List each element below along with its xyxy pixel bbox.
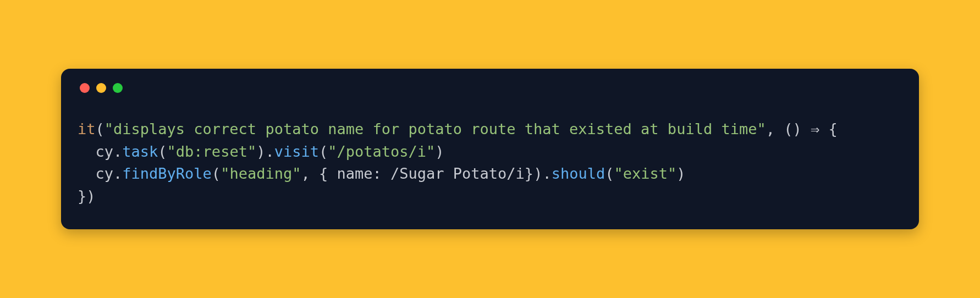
token-punc: :: [373, 165, 391, 182]
token-punc: ): [792, 120, 801, 137]
token-punc: ): [435, 143, 444, 160]
token-punc: }: [525, 165, 533, 182]
token-string: "displays correct potato name for potato…: [104, 120, 766, 137]
token-string: "db:reset": [167, 143, 257, 160]
token-punc: (: [784, 120, 792, 137]
token-prop: name: [337, 165, 372, 182]
token-punc: .: [265, 143, 274, 160]
token-punc: .: [113, 165, 122, 182]
token-method: findByRole: [122, 165, 212, 182]
token-punc: (: [96, 120, 104, 137]
token-method: task: [122, 143, 158, 160]
token-punc: ): [533, 165, 542, 182]
token-punc: ): [256, 143, 265, 160]
token-punc: ,: [766, 120, 784, 137]
token-ident: cy: [96, 165, 114, 182]
token-method: should: [552, 165, 605, 182]
token-ident: cy: [96, 143, 114, 160]
minimize-icon[interactable]: [96, 83, 106, 93]
close-icon[interactable]: [80, 83, 90, 93]
token-punc: (: [319, 143, 328, 160]
code-window: it("displays correct potato name for pot…: [61, 69, 919, 229]
token-punc: ): [676, 165, 685, 182]
window-titlebar: [78, 83, 902, 93]
token-punc: (: [212, 165, 221, 182]
token-punc: (: [158, 143, 167, 160]
token-string: "heading": [221, 165, 301, 182]
indent: [78, 165, 96, 182]
indent: [78, 143, 96, 160]
token-string: "exist": [614, 165, 676, 182]
token-arrow: ⇒: [802, 120, 829, 137]
token-punc: {: [829, 120, 838, 137]
code-block: it("displays correct potato name for pot…: [78, 118, 902, 207]
token-punc: (: [605, 165, 614, 182]
token-method: visit: [274, 143, 319, 160]
token-regex: /Sugar Potato/i: [390, 165, 525, 182]
token-punc: .: [113, 143, 122, 160]
zoom-icon[interactable]: [113, 83, 123, 93]
token-string: "/potatos/i": [328, 143, 435, 160]
token-punc: }): [78, 187, 96, 205]
token-punc: {: [319, 165, 337, 182]
token-punc: ,: [301, 165, 319, 182]
token-function: it: [78, 120, 96, 137]
token-punc: .: [542, 165, 551, 182]
